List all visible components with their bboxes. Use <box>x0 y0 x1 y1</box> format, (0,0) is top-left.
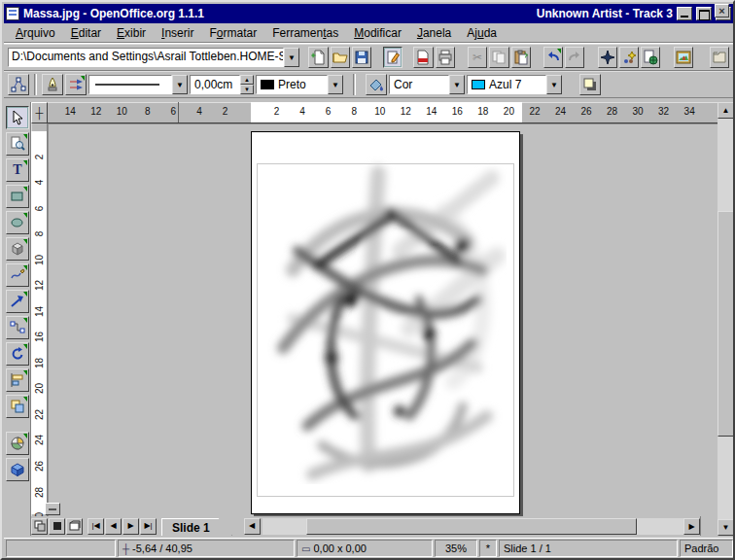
line-color-dropdown-icon[interactable]: ▼ <box>328 75 343 94</box>
url-input[interactable]: D:\Documents and Settings\Asrail Tottleb… <box>8 48 284 67</box>
last-slide-button[interactable]: ▶| <box>140 518 157 535</box>
status-size-cell[interactable]: ▭0,00 x 0,00 <box>297 540 433 557</box>
title-bar[interactable]: Massa.jpg - OpenOffice.org 1.1.1 Unknown… <box>4 4 733 23</box>
horizontal-scrollbar[interactable]: ▶ <box>262 518 700 535</box>
vertical-scrollbar[interactable]: ▲ ▼ <box>718 102 734 536</box>
zoom-button[interactable] <box>619 47 639 68</box>
edit-file-button[interactable] <box>383 47 402 68</box>
arrange-tool-button[interactable] <box>6 395 29 418</box>
menu-arquivo[interactable]: Arquivo <box>8 24 63 42</box>
line-width-spinner[interactable]: ▲▼ <box>240 75 254 94</box>
load-url-combo[interactable]: D:\Documents and Settings\Asrail Tottleb… <box>8 48 299 67</box>
fill-type-combo[interactable]: Cor ▼ <box>389 75 465 94</box>
line-color-value: Preto <box>256 75 328 94</box>
lines-arrows-tool-button[interactable] <box>6 290 29 313</box>
save-button[interactable] <box>352 47 371 68</box>
connector-tool-button[interactable] <box>6 316 29 339</box>
menu-modificar[interactable]: Modificar <box>346 24 409 42</box>
hyperlink-globe-icon <box>643 50 658 65</box>
scroll-up-icon[interactable]: ▲ <box>718 102 734 119</box>
status-modified-cell[interactable]: * <box>479 540 497 557</box>
text-tool-button[interactable]: T <box>6 158 29 182</box>
fill-type-dropdown-icon[interactable]: ▼ <box>449 75 465 94</box>
select-tool-button[interactable] <box>6 106 29 129</box>
h-ruler-tick: 10 <box>115 106 128 117</box>
open-button[interactable] <box>331 47 350 68</box>
ellipse-tool-button[interactable] <box>6 211 29 234</box>
navigator-button[interactable] <box>598 47 617 68</box>
horizontal-scroll-thumb[interactable] <box>306 518 637 535</box>
insert-tool-button[interactable] <box>6 432 29 455</box>
open-folder-button[interactable] <box>710 47 729 68</box>
edit-file-icon <box>385 50 401 65</box>
v-ruler-tick: 14 <box>34 305 45 317</box>
first-slide-button[interactable]: |◀ <box>88 518 104 535</box>
fill-dialog-button[interactable] <box>366 74 387 95</box>
curve-tool-button[interactable] <box>6 263 29 287</box>
scrollbar-corner <box>700 516 718 536</box>
copy-button[interactable] <box>489 47 508 68</box>
shadow-button[interactable] <box>579 74 601 95</box>
line-style-dropdown-icon[interactable]: ▼ <box>172 75 188 94</box>
horizontal-ruler[interactable]: 1412108642246810121416182022242628303234 <box>48 102 718 123</box>
hyperlink-button[interactable] <box>641 47 660 68</box>
menu-inserir[interactable]: Inserir <box>154 24 201 42</box>
next-slide-button[interactable]: ▶ <box>122 518 139 535</box>
master-view-button[interactable] <box>49 518 65 535</box>
status-zoom-cell[interactable]: 35% <box>435 540 477 557</box>
line-color-combo[interactable]: Preto ▼ <box>256 75 343 94</box>
document-close-icon[interactable]: × <box>715 4 729 18</box>
line-width-value[interactable]: 0,00cm <box>190 75 240 94</box>
effects-tool-button[interactable] <box>6 458 29 481</box>
minimize-button[interactable] <box>677 7 692 20</box>
edit-points-button[interactable] <box>8 74 29 95</box>
document-page[interactable] <box>251 131 520 514</box>
status-position-cell[interactable]: ┼-5,64 / 40,95 <box>118 540 295 557</box>
line-style-combo[interactable]: ▼ <box>88 75 188 94</box>
previous-slide-button[interactable]: ◀ <box>105 518 122 535</box>
vertical-scroll-thumb[interactable] <box>718 211 734 437</box>
zoom-tool-button[interactable] <box>6 132 29 156</box>
tab-scroll-left-button[interactable]: ◀ <box>244 518 261 535</box>
scroll-right-icon[interactable]: ▶ <box>683 518 700 535</box>
splitter-handle[interactable] <box>45 503 60 515</box>
undo-button[interactable] <box>543 47 563 68</box>
line-dialog-button[interactable] <box>42 74 63 95</box>
url-dropdown-icon[interactable]: ▼ <box>284 48 299 67</box>
fill-color-combo[interactable]: Azul 7 ▼ <box>467 75 562 94</box>
export-pdf-button[interactable] <box>413 47 433 68</box>
new-document-button[interactable] <box>308 47 328 68</box>
cut-button[interactable]: ✂ <box>468 47 487 68</box>
drawing-canvas[interactable] <box>48 123 718 516</box>
paste-button[interactable] <box>511 47 531 68</box>
fill-color-dropdown-icon[interactable]: ▼ <box>546 75 562 94</box>
restore-button[interactable] <box>696 7 712 20</box>
longclick-icon <box>23 318 27 323</box>
status-slide-cell[interactable]: Slide 1 / 1 <box>499 540 678 557</box>
layer-mode-button[interactable] <box>66 518 83 535</box>
print-button[interactable] <box>436 47 455 68</box>
objects-3d-tool-button[interactable] <box>6 237 29 261</box>
line-width-field[interactable]: 0,00cm ▲▼ <box>190 75 254 94</box>
menu-exibir[interactable]: Exibir <box>109 24 154 42</box>
spin-down-icon[interactable]: ▼ <box>240 85 254 94</box>
menu-formatar[interactable]: Formatar <box>201 24 264 42</box>
arrow-style-button[interactable] <box>65 74 87 95</box>
ruler-origin-button[interactable]: ┼ <box>31 102 48 123</box>
paint-can-icon <box>368 77 384 92</box>
rotate-tool-button[interactable] <box>6 342 29 366</box>
gallery-button[interactable] <box>674 47 693 68</box>
vertical-ruler[interactable]: 24681012141618202224262830 <box>31 123 48 516</box>
spin-up-icon[interactable]: ▲ <box>240 75 254 85</box>
alignment-tool-button[interactable] <box>6 368 29 392</box>
rectangle-tool-button[interactable] <box>6 185 29 208</box>
status-style-cell[interactable]: Padrão <box>680 540 733 557</box>
layer-view-button[interactable] <box>31 518 48 535</box>
menu-janela[interactable]: Janela <box>409 24 459 42</box>
menu-editar[interactable]: Editar <box>63 24 109 42</box>
scroll-down-icon[interactable]: ▼ <box>718 519 734 536</box>
menu-ajuda[interactable]: Ajuda <box>459 24 505 42</box>
menu-ferramentas[interactable]: Ferramentas <box>264 24 346 42</box>
slide-tab[interactable]: Slide 1 <box>161 518 232 536</box>
redo-button[interactable] <box>565 47 584 68</box>
